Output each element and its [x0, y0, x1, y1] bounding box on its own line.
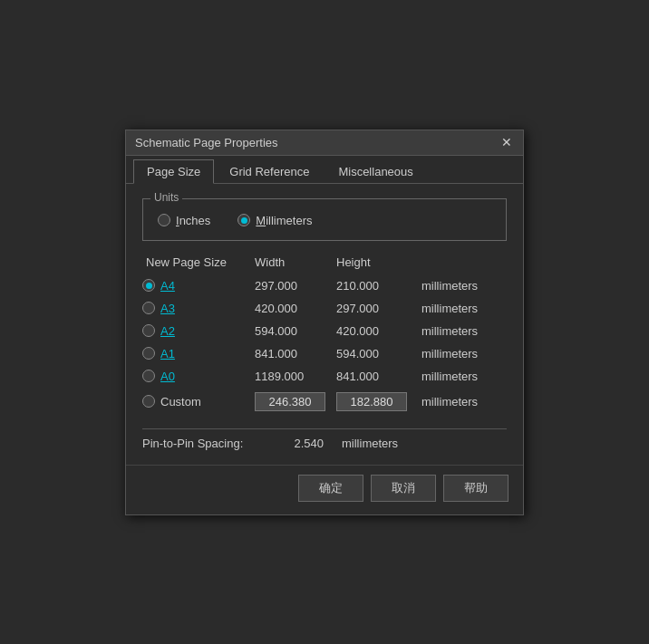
- pin-spacing-value: 2.540: [269, 437, 342, 450]
- tab-content: Units Inches Millimet: [126, 184, 523, 465]
- title-bar: Schematic Page Properties ✕: [126, 130, 523, 156]
- page-custom-height-cell: [333, 392, 414, 411]
- page-a1-label: A1: [160, 347, 175, 360]
- radio-custom-outer: [142, 395, 155, 408]
- col-height-header: Height: [333, 255, 414, 269]
- page-a1-radio-cell[interactable]: A1: [142, 347, 251, 360]
- cancel-button[interactable]: 取消: [371, 475, 436, 502]
- dialog-title: Schematic Page Properties: [135, 136, 278, 149]
- pin-spacing-row: Pin-to-Pin Spacing: 2.540 millimeters: [142, 437, 507, 450]
- col-unit-header: [414, 255, 523, 269]
- pin-spacing-unit: millimeters: [342, 437, 398, 450]
- help-button[interactable]: 帮助: [443, 475, 509, 502]
- page-a3-width: 420.000: [251, 302, 333, 315]
- page-a1-height: 594.000: [333, 347, 414, 360]
- page-a0-height: 841.000: [333, 370, 414, 383]
- dialog: Schematic Page Properties ✕ Page Size Gr…: [125, 130, 524, 515]
- page-a4-unit: millimeters: [414, 279, 523, 293]
- radio-a0-outer: [142, 370, 155, 382]
- close-button[interactable]: ✕: [499, 136, 514, 149]
- radio-a2-outer: [142, 324, 155, 337]
- page-a3-label: A3: [160, 302, 175, 315]
- divider: [142, 428, 507, 429]
- page-a0-radio-cell[interactable]: A0: [142, 370, 251, 383]
- page-a1-width: 841.000: [251, 347, 333, 360]
- page-a4-height: 210.000: [333, 279, 414, 293]
- page-custom-label: Custom: [160, 395, 201, 409]
- tab-miscellaneous[interactable]: Miscellaneous: [324, 159, 426, 183]
- page-custom-unit: millimeters: [414, 395, 523, 409]
- page-size-table: New Page Size Width Height A4 297.000 21…: [142, 255, 507, 416]
- radio-millimeters-label: Millimeters: [256, 214, 312, 227]
- page-custom-width-cell: [251, 392, 333, 411]
- page-a2-height: 420.000: [333, 324, 414, 338]
- page-a0-label: A0: [160, 370, 175, 383]
- page-a0-width: 1189.000: [251, 370, 333, 383]
- col-name-header: New Page Size: [142, 255, 251, 269]
- radio-millimeters[interactable]: Millimeters: [237, 214, 312, 227]
- table-row: A4 297.000 210.000 millimeters: [142, 274, 507, 297]
- radio-a3-outer: [142, 302, 155, 314]
- page-a0-unit: millimeters: [414, 370, 523, 383]
- page-a2-radio-cell[interactable]: A2: [142, 324, 251, 338]
- dialog-footer: 确定 取消 帮助: [126, 465, 523, 514]
- radio-a4-outer: [142, 279, 155, 292]
- table-row: A2 594.000 420.000 millimeters: [142, 320, 507, 342]
- page-a4-width: 297.000: [251, 279, 333, 293]
- page-a2-label: A2: [160, 324, 175, 338]
- table-header: New Page Size Width Height: [142, 255, 507, 269]
- units-row: Inches Millimeters: [158, 214, 491, 227]
- page-a4-radio-cell[interactable]: A4: [142, 279, 251, 293]
- radio-inches-outer: [158, 214, 170, 226]
- radio-inches-label: Inches: [176, 214, 210, 227]
- confirm-button[interactable]: 确定: [298, 475, 363, 502]
- page-a3-height: 297.000: [333, 302, 414, 315]
- page-a3-radio-cell[interactable]: A3: [142, 302, 251, 315]
- table-row: Custom millimeters: [142, 388, 507, 416]
- table-row: A1 841.000 594.000 millimeters: [142, 342, 507, 365]
- col-width-header: Width: [251, 255, 333, 269]
- radio-a1-outer: [142, 347, 155, 360]
- radio-millimeters-outer: [237, 214, 250, 226]
- page-custom-radio-cell[interactable]: Custom: [142, 395, 251, 409]
- table-row: A0 1189.000 841.000 millimeters: [142, 365, 507, 388]
- page-a1-unit: millimeters: [414, 347, 523, 360]
- tab-page-size[interactable]: Page Size: [133, 159, 214, 184]
- page-a3-unit: millimeters: [414, 302, 523, 315]
- page-a2-width: 594.000: [251, 324, 333, 338]
- table-row: A3 420.000 297.000 millimeters: [142, 297, 507, 320]
- radio-a4-dot: [146, 283, 152, 289]
- tab-bar: Page Size Grid Reference Miscellaneous: [126, 156, 523, 184]
- page-a4-label: A4: [160, 279, 175, 293]
- pin-spacing-label: Pin-to-Pin Spacing:: [142, 437, 269, 450]
- tab-grid-reference[interactable]: Grid Reference: [216, 159, 323, 183]
- radio-millimeters-dot: [241, 217, 247, 224]
- radio-inches[interactable]: Inches: [158, 214, 210, 227]
- units-legend: Units: [150, 191, 182, 204]
- custom-width-input[interactable]: [255, 392, 325, 411]
- custom-height-input[interactable]: [336, 392, 407, 411]
- units-group: Units Inches Millimet: [142, 198, 507, 241]
- page-a2-unit: millimeters: [414, 324, 523, 338]
